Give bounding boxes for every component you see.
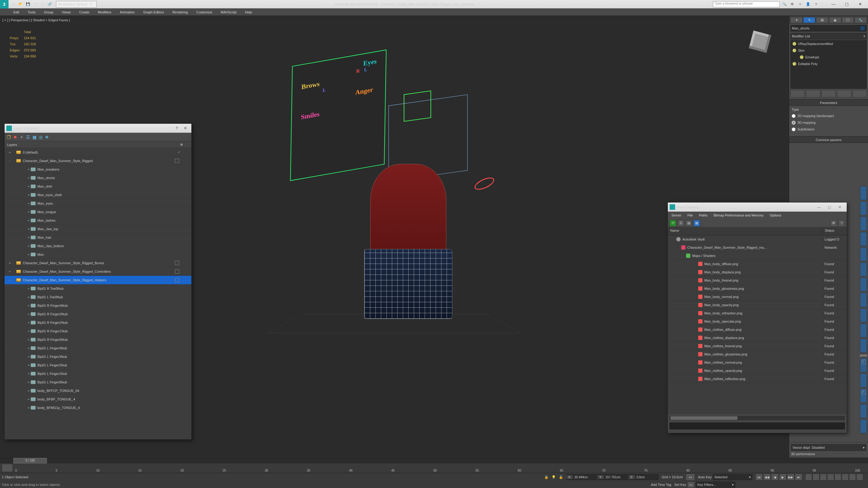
new-layer-icon[interactable]: ❐ (7, 135, 11, 139)
hierarchy-tab[interactable]: 🏛 (816, 17, 828, 23)
select-layer-icon[interactable]: ☰ (26, 135, 30, 139)
zoom-extents-button[interactable] (820, 474, 827, 480)
asset-tracking-titlebar[interactable]: Asset Tracking — ▢ ✕ (668, 202, 847, 212)
expand-toggle[interactable]: + (27, 295, 31, 299)
menu-graph-editors[interactable]: Graph Editors (139, 8, 168, 16)
time-slider-knob[interactable]: 0 / 100 (13, 458, 47, 463)
key-filter-dropdown[interactable]: Selected▾ (713, 474, 752, 480)
asset-row[interactable]: Man_clothes_normal.pngFound (668, 358, 847, 367)
menu-rendering[interactable]: Rendering (168, 8, 192, 16)
character-torso[interactable] (370, 164, 446, 255)
next-key-button[interactable]: ▶▶ (787, 474, 794, 480)
asset-row[interactable]: Man_body_specular.pngFound (668, 318, 847, 326)
asset-row[interactable]: Man_body_refraction.pngFound (668, 309, 847, 318)
add-to-layer-icon[interactable]: ＋ (20, 134, 24, 140)
hand-control[interactable] (472, 175, 496, 192)
expand-toggle[interactable]: + (27, 210, 31, 214)
asset-close-button[interactable]: ✕ (835, 205, 845, 209)
signin-icon[interactable]: 👤 (805, 1, 811, 8)
expand-toggle[interactable]: + (27, 406, 31, 410)
help-search-input[interactable]: Type a keyword or phrase (713, 1, 780, 7)
facial-control-board[interactable]: Eyes Brows Anger Smiles L R L (290, 49, 386, 181)
asset-list[interactable]: Autodesk VaultLogged OCharacter_Dwarf_Ma… (668, 235, 847, 414)
max-toggle-button[interactable] (857, 474, 863, 480)
object-row[interactable]: +Bip01 L Finger3Nub (5, 352, 191, 361)
object-row[interactable]: +Man_Jaw_top (5, 225, 191, 233)
z-field[interactable]: Z:0.0cm (628, 474, 659, 480)
side-toggle[interactable] (860, 262, 867, 276)
asset-hscrollbar[interactable] (669, 415, 845, 421)
isolate-icon[interactable]: 💡 (552, 475, 556, 479)
expand-toggle[interactable]: + (27, 338, 31, 341)
expand-toggle[interactable]: - (8, 159, 12, 163)
object-row[interactable]: +Man_tongue (5, 208, 191, 216)
asset-menu-paths[interactable]: Paths (696, 214, 710, 217)
asset-row[interactable]: Man_body_diffuse.pngFound (668, 260, 847, 268)
modifier-stack-item[interactable]: VRayDisplacementMod (791, 40, 866, 47)
expand-toggle[interactable]: + (27, 236, 31, 239)
play-button[interactable]: ▶ (779, 474, 786, 480)
asset-menu-file[interactable]: File (684, 214, 696, 217)
zoom-button[interactable] (805, 474, 812, 480)
vector-displacement-dropdown[interactable]: Vector displ Disabled ▾ (791, 444, 866, 451)
object-row[interactable]: +Man_sneakers (5, 165, 191, 174)
layer-visibility-checkbox[interactable] (175, 159, 179, 163)
object-row[interactable]: +Man_hair (5, 233, 191, 242)
asset-row[interactable]: Man_clothes_reflection.pngFound (668, 375, 847, 383)
asset-row[interactable]: Man_clothes_glossiness.pngFound (668, 350, 847, 358)
expand-toggle[interactable]: + (27, 176, 31, 180)
make-unique-button[interactable] (822, 90, 836, 97)
side-toggle[interactable] (860, 232, 867, 246)
type-2d-landscape-radio[interactable]: 2D mapping (landscape) (792, 112, 866, 119)
object-row[interactable]: +Bip01 L Finger0Nub (5, 378, 191, 386)
object-row[interactable]: +Man_lashes (5, 216, 191, 225)
side-toggle[interactable] (860, 373, 867, 387)
side-toggle[interactable] (860, 358, 867, 372)
menu-create[interactable]: Create (75, 8, 93, 16)
trackbar-toggle[interactable] (2, 464, 13, 472)
side-toggle[interactable] (860, 339, 867, 353)
asset-menu-server[interactable]: Server (669, 214, 684, 217)
layer-row[interactable]: +Character_Dwarf_Man_Summer_Style_Rigged… (5, 267, 191, 276)
side-toggle[interactable] (860, 324, 867, 337)
undo-icon[interactable]: ↶ (32, 1, 39, 8)
layer-visibility-checkbox[interactable] (175, 278, 179, 282)
asset-row[interactable]: Character_Dwarf_Man_Summer_Style_Rigged_… (668, 243, 847, 252)
menu-animation[interactable]: Animation (116, 8, 139, 16)
layer-tree[interactable]: +0 (default)✓-Character_Dwarf_Man_Summer… (5, 148, 191, 440)
prev-frame-button[interactable]: ◀◀ (763, 474, 771, 480)
highlight-layer-icon[interactable]: ▦ (33, 135, 36, 139)
asset-row[interactable]: Man_body_glossiness.pngFound (668, 285, 847, 293)
link-icon[interactable]: 🔗 (46, 1, 54, 8)
view-list-icon[interactable]: ▦ (693, 220, 700, 227)
asset-minimize-button[interactable]: — (814, 205, 824, 209)
expand-toggle[interactable]: + (27, 227, 31, 231)
pin-stack-button[interactable] (790, 90, 805, 97)
layer-row[interactable]: +0 (default)✓ (5, 148, 191, 157)
layer-row[interactable]: -Character_Dwarf_Man_Summer_Style_Rigged… (5, 276, 191, 284)
side-toggle[interactable] (860, 389, 867, 402)
zoom-extents-all-button[interactable] (827, 474, 834, 480)
modifier-enabled-icon[interactable] (793, 48, 796, 52)
goto-end-button[interactable]: ⏭ (795, 474, 802, 480)
type-3d-mapping-radio[interactable]: 3D mapping (792, 119, 866, 126)
asset-row[interactable]: Maps / Shaders (668, 252, 847, 260)
expand-toggle[interactable]: + (27, 304, 31, 307)
asset-row[interactable]: Man_clothes_diffuse.pngFound (668, 326, 847, 334)
side-toggle[interactable] (860, 278, 867, 292)
layer-row[interactable]: -Character_Dwarf_Man_Summer_Style_Rigged (5, 157, 191, 165)
column-name[interactable]: Name (668, 227, 823, 235)
asset-options-icon[interactable]: ⚙ (830, 220, 837, 227)
object-row[interactable]: +Bip01 R Finger0Nub (5, 335, 191, 344)
object-row[interactable]: +Bip01 L Finger4Nub (5, 344, 191, 352)
help-icon[interactable]: ? (813, 1, 819, 8)
object-row[interactable]: +Man_eyes_shell (5, 191, 191, 199)
expand-toggle[interactable]: + (27, 312, 31, 316)
object-row[interactable]: +Man (5, 250, 191, 259)
asset-columns-header[interactable]: Name Status (668, 227, 847, 235)
layer-close-button[interactable]: ✕ (181, 126, 190, 130)
column-status[interactable]: Status (823, 227, 847, 235)
type-subdivision-radio[interactable]: Subdivision (792, 126, 866, 133)
asset-row[interactable]: Man_clothes_fresnel.pngFound (668, 342, 847, 350)
expand-toggle[interactable]: + (27, 167, 31, 171)
